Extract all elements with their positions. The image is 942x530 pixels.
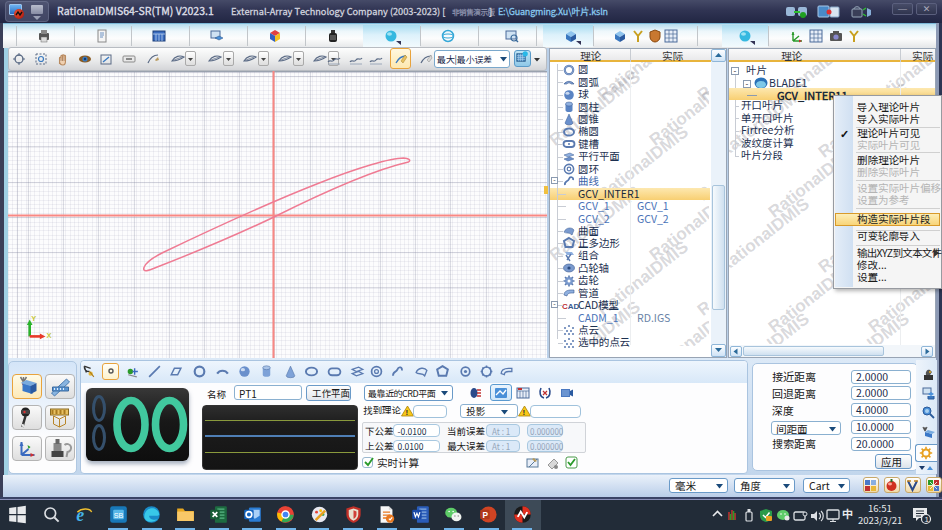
svg-text:!: !	[406, 408, 409, 417]
svg-text:X: X	[46, 331, 51, 340]
svg-text:1: 1	[925, 515, 930, 524]
svg-text:Y: Y	[31, 314, 36, 323]
svg-text:SB: SB	[113, 512, 123, 520]
svg-text:CAD: CAD	[562, 302, 580, 311]
svg-text:!: !	[523, 408, 526, 417]
svg-text:P: P	[483, 510, 489, 520]
svg-text:e: e	[76, 505, 84, 525]
